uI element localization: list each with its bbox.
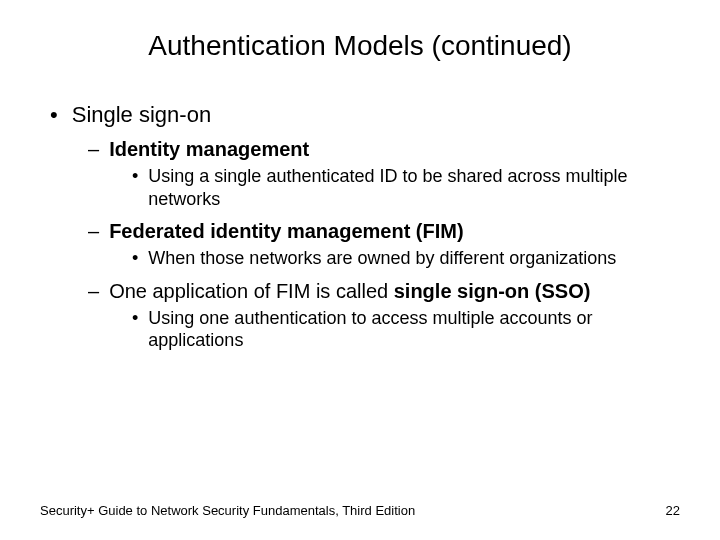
page-number: 22 [666,503,680,518]
lvl2c-bold: single sign-on (SSO) [394,280,591,302]
lvl3-text: Using one authentication to access multi… [148,307,640,352]
dash-icon: – [88,220,99,243]
bullet-dot-icon: • [132,307,138,352]
bullet-level2: – Federated identity management (FIM) [88,220,680,243]
bullet-level3: • Using one authentication to access mul… [132,307,640,352]
bullet-dot-icon: • [132,165,138,210]
lvl2-text: Federated identity management (FIM) [109,220,464,243]
bullet-level2: – Identity management [88,138,680,161]
slide-footer: Security+ Guide to Network Security Fund… [40,503,680,518]
bullet-dot-icon: • [50,102,58,128]
bullet-level1: • Single sign-on [50,102,680,128]
lvl3-text: Using a single authenticated ID to be sh… [148,165,640,210]
dash-icon: – [88,138,99,161]
bullet-dot-icon: • [132,247,138,270]
footer-left: Security+ Guide to Network Security Fund… [40,503,415,518]
bullet-level3: • When those networks are owned by diffe… [132,247,640,270]
bullet-level2: – One application of FIM is called singl… [88,280,680,303]
lvl1-text: Single sign-on [72,102,211,128]
slide-title: Authentication Models (continued) [40,30,680,62]
lvl2-text: One application of FIM is called single … [109,280,590,303]
dash-icon: – [88,280,99,303]
slide-body: • Single sign-on – Identity management •… [40,102,680,352]
lvl3-text: When those networks are owned by differe… [148,247,616,270]
lvl2c-pre: One application of FIM is called [109,280,394,302]
bullet-level3: • Using a single authenticated ID to be … [132,165,640,210]
lvl2-text: Identity management [109,138,309,161]
